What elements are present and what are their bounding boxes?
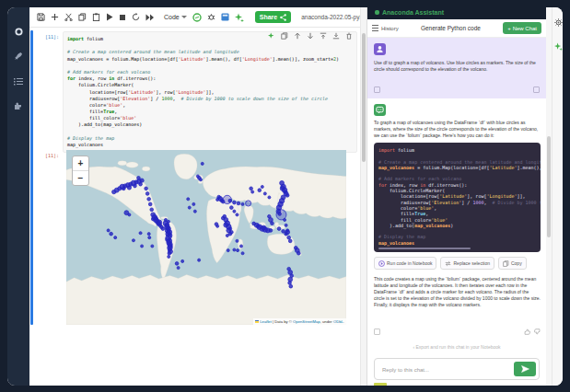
share-label: Share (260, 14, 277, 20)
chat-header: History Generate Python code + New Chat (367, 19, 546, 38)
cell-toolbar (268, 32, 353, 40)
send-button[interactable] (514, 362, 536, 376)
rocket-icon[interactable] (7, 52, 29, 61)
add-cell-icon[interactable] (51, 13, 59, 21)
feedback-row (374, 329, 541, 336)
replace-icon (445, 260, 451, 267)
history-icon (372, 25, 378, 31)
history-label: History (381, 26, 399, 31)
gear-icon[interactable] (553, 18, 563, 27)
assistant-sparkle-icon[interactable] (553, 42, 563, 51)
history-button[interactable]: History (372, 25, 399, 31)
code-editor[interactable]: import folium # Create a map centered ar… (63, 31, 357, 153)
person-icon (376, 45, 384, 53)
world-basemap (66, 150, 346, 325)
notebook-scrollbar-thumb[interactable] (362, 33, 366, 162)
zoom-out-button[interactable]: − (73, 170, 88, 185)
debugger-icon[interactable] (207, 13, 215, 21)
copy-icon[interactable] (78, 13, 87, 21)
anaconda-icon[interactable] (192, 13, 202, 22)
assistant-code-block: import folium # Create a map centered ar… (374, 143, 541, 252)
selected-cell-indicator (30, 30, 33, 325)
circle-icon[interactable] (7, 28, 29, 36)
move-cell-down-icon[interactable] (307, 32, 314, 40)
share-icon (280, 14, 286, 21)
copy-icon (503, 260, 509, 267)
share-button[interactable]: Share (255, 11, 291, 23)
run-icon[interactable] (106, 13, 113, 21)
user-message-text: Use df to graph a map of volcanos. Use b… (374, 60, 540, 73)
restart-icon[interactable] (132, 13, 140, 21)
duplicate-cell-icon[interactable] (281, 32, 288, 40)
clipped-element (374, 383, 387, 386)
thumbs-up-icon[interactable] (524, 329, 530, 335)
assistant-panel-header: Anaconda Assistant (367, 7, 546, 19)
assistant-panel-title-clipped: Anaconda Assistant (375, 9, 444, 16)
chat-bubble-icon (376, 106, 384, 114)
edit-message-icon[interactable] (374, 86, 380, 93)
user-avatar (374, 43, 386, 55)
fast-forward-icon[interactable] (145, 14, 155, 21)
copy-message-icon[interactable] (533, 86, 540, 93)
cut-icon[interactable] (64, 13, 73, 21)
chat-title: Generate Python code (399, 25, 503, 31)
move-cell-up-icon[interactable] (294, 32, 301, 40)
assistant-code: import folium # Create a map centered ar… (378, 147, 536, 246)
right-sidebar (552, 7, 563, 386)
extensions-icon[interactable] (7, 101, 29, 110)
chat-scrollbar-thumb[interactable] (547, 136, 551, 237)
output-prompt: [11]: (33, 153, 59, 158)
cell-type-dropdown[interactable]: Code (164, 14, 187, 20)
cell-code: import folium # Create a map centered ar… (67, 36, 353, 148)
assistant-intro-text: To graph a map of volcanoes using the Da… (374, 120, 541, 139)
activity-bar (7, 7, 29, 386)
assistant-avatar (374, 104, 386, 116)
play-circle-icon (378, 260, 385, 267)
bookmark-icon[interactable] (374, 329, 380, 335)
paste-icon[interactable] (92, 13, 100, 21)
folium-map[interactable]: + − Leaflet | Data by © OpenStreetMap, u… (66, 150, 346, 325)
cell-type-label: Code (164, 14, 180, 20)
chevron-down-icon (181, 16, 187, 18)
kernel-name[interactable]: anaconda-2022.05-py39 (301, 14, 366, 20)
panel-icon[interactable] (221, 13, 229, 21)
zoom-in-button[interactable]: + (73, 156, 88, 170)
insert-cell-below-icon[interactable] (332, 32, 340, 40)
input-prompt: [11]: (33, 34, 59, 40)
new-chat-button[interactable]: + New Chat (503, 22, 541, 34)
code-action-buttons: Run code in Notebook Replace selection C… (374, 257, 527, 270)
stop-icon[interactable] (119, 14, 126, 21)
map-attribution-text: Leaflet | Data by © OpenStreetMap, under… (260, 319, 344, 324)
replace-selection-button[interactable]: Replace selection (440, 257, 494, 270)
ai-sparkle-icon[interactable] (235, 13, 244, 22)
delete-cell-icon[interactable] (345, 32, 353, 40)
notebook-panel: Code Share anaconda-2022.05-py39 [11]: i… (29, 7, 360, 386)
paper-plane-icon (521, 365, 529, 373)
code-horizontal-scrollbar[interactable] (378, 248, 471, 250)
copy-code-button[interactable]: Copy (498, 257, 527, 270)
run-code-button[interactable]: Run code in Notebook (374, 257, 436, 270)
map-zoom-control: + − (72, 156, 89, 186)
user-message: Use df to graph a map of volcanos. Use b… (367, 38, 546, 98)
notebook-toolbar: Code Share anaconda-2022.05-py39 (29, 7, 360, 28)
insert-cell-above-icon[interactable] (320, 32, 327, 40)
app-window: Code Share anaconda-2022.05-py39 [11]: i… (7, 7, 563, 386)
notebook-scrollbar[interactable] (360, 7, 366, 386)
save-icon[interactable] (37, 13, 45, 21)
plus-icon: + (507, 26, 511, 31)
assistant-logo-icon (375, 10, 379, 15)
toc-icon[interactable] (7, 77, 29, 86)
flag-icon (255, 320, 259, 323)
reply-input[interactable] (380, 359, 508, 381)
thumbs-down-icon[interactable] (534, 329, 541, 335)
assistant-outro-text: This code creates a map using the `foliu… (374, 276, 541, 308)
export-chat-link[interactable]: ‹ Export and run this chat in your Noteb… (367, 344, 546, 350)
assistant-panel: Anaconda Assistant History Generate Pyth… (366, 7, 546, 386)
cell-ai-sparkle-icon[interactable] (268, 32, 275, 40)
reply-bar (374, 358, 540, 380)
map-attribution: Leaflet | Data by © OpenStreetMap, under… (253, 318, 346, 325)
